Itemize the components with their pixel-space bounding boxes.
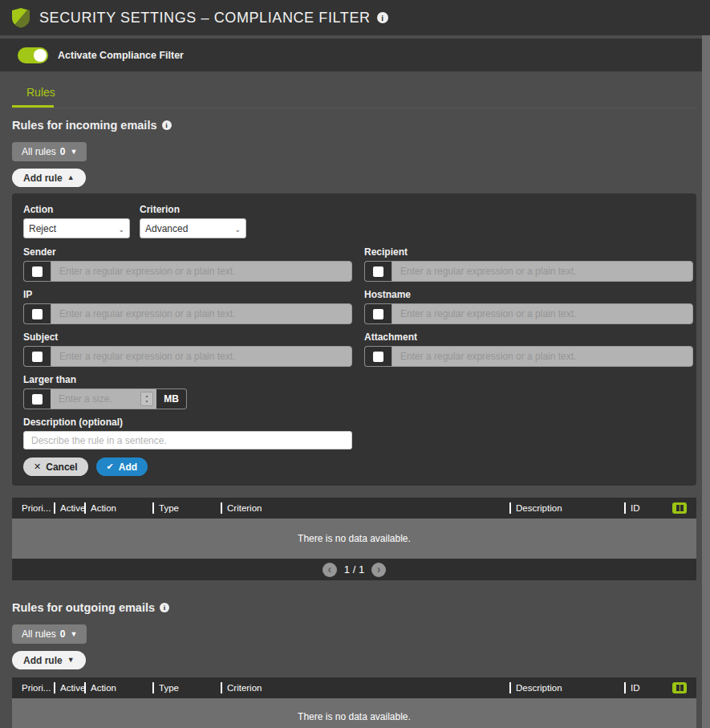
empty-table-message: There is no data available. xyxy=(12,519,696,559)
sender-label: Sender xyxy=(23,246,352,258)
app-header: SECURITY SETTINGS – COMPLIANCE FILTER i xyxy=(0,0,710,35)
check-icon: ✔ xyxy=(107,462,114,472)
incoming-filter-dropdown[interactable]: All rules 0 ▼ xyxy=(12,142,87,161)
compliance-filter-page: SECURITY SETTINGS – COMPLIANCE FILTER i … xyxy=(0,0,710,728)
description-label: Description (optional) xyxy=(23,417,685,428)
outgoing-add-rule-button[interactable]: Add rule ▼ xyxy=(12,651,86,669)
outgoing-filter-dropdown[interactable]: All rules 0 ▼ xyxy=(12,624,87,644)
subject-input[interactable] xyxy=(51,346,352,367)
checkbox-square xyxy=(32,266,43,277)
add-label: Add xyxy=(119,462,137,473)
column-divider xyxy=(509,682,511,693)
criterion-select[interactable]: Advanced xyxy=(140,218,246,238)
col-id[interactable]: ID xyxy=(631,503,640,513)
col-priority[interactable]: Priori... xyxy=(22,503,51,513)
column-divider xyxy=(84,682,86,693)
chevron-down-icon: ▼ xyxy=(67,657,75,664)
table-pagination: ‹ 1 / 1 › xyxy=(12,559,696,580)
larger-than-enable-checkbox[interactable] xyxy=(23,388,51,409)
hostname-label: Hostname xyxy=(364,289,693,300)
stepper-down-icon[interactable]: ▼ xyxy=(145,399,149,405)
hostname-enable-checkbox[interactable] xyxy=(364,303,392,324)
col-criterion[interactable]: Criterion xyxy=(227,683,262,693)
filter-count: 0 xyxy=(60,146,66,157)
attachment-label: Attachment xyxy=(364,331,693,343)
outgoing-rules-table: Priori... Active Action Type Criterion D… xyxy=(12,677,696,728)
page-title: SECURITY SETTINGS – COMPLIANCE FILTER xyxy=(39,10,371,26)
checkbox-square xyxy=(32,352,43,362)
add-rule-form: Action Reject ⌄ Criterion Advanced xyxy=(12,193,696,486)
checkbox-square xyxy=(32,394,43,405)
x-icon: ✕ xyxy=(34,462,41,472)
toggle-knob xyxy=(34,49,47,62)
ip-field-group xyxy=(23,303,352,324)
recipient-input[interactable] xyxy=(392,261,693,282)
subject-label: Subject xyxy=(23,331,352,343)
filter-label: All rules xyxy=(22,146,56,157)
add-rule-label: Add rule xyxy=(23,655,63,666)
number-stepper[interactable]: ▲ ▼ xyxy=(140,392,153,406)
col-action[interactable]: Action xyxy=(91,503,116,513)
scrollbar-thumb[interactable] xyxy=(702,35,710,728)
incoming-section-heading: Rules for incoming emails i xyxy=(12,119,696,132)
col-description[interactable]: Description xyxy=(516,683,562,693)
column-divider xyxy=(221,502,222,514)
attachment-enable-checkbox[interactable] xyxy=(364,346,392,367)
hostname-input[interactable] xyxy=(392,303,693,324)
col-description[interactable]: Description xyxy=(516,503,562,513)
checkbox-square xyxy=(373,266,383,277)
col-criterion[interactable]: Criterion xyxy=(227,503,262,513)
col-active[interactable]: Active xyxy=(60,503,84,513)
criterion-label: Criterion xyxy=(140,204,246,215)
toggle-label: Activate Compliance Filter xyxy=(58,50,184,61)
col-id[interactable]: ID xyxy=(631,683,640,693)
shield-icon xyxy=(11,7,30,28)
column-divider xyxy=(84,502,86,514)
ip-enable-checkbox[interactable] xyxy=(23,303,51,324)
checkbox-square xyxy=(373,309,383,319)
sender-input[interactable] xyxy=(51,261,352,282)
prev-page-button[interactable]: ‹ xyxy=(323,563,337,577)
next-page-button[interactable]: › xyxy=(371,563,386,577)
table-header: Priori... Active Action Type Criterion D… xyxy=(12,677,696,698)
outgoing-section-heading: Rules for outgoing emails i xyxy=(12,601,696,614)
incoming-add-rule-button[interactable]: Add rule ▲ xyxy=(12,169,86,187)
column-chooser-icon[interactable] xyxy=(672,502,687,514)
chevron-down-icon: ▼ xyxy=(70,631,77,638)
column-divider xyxy=(624,682,626,693)
scrollbar-track[interactable] xyxy=(702,35,710,728)
larger-than-field-group: ▲ ▼ MB xyxy=(23,388,187,409)
hostname-field-group xyxy=(364,303,693,324)
col-type[interactable]: Type xyxy=(159,503,179,513)
recipient-label: Recipient xyxy=(364,246,693,258)
incoming-heading-text: Rules for incoming emails xyxy=(12,119,157,132)
info-icon[interactable]: i xyxy=(377,12,388,23)
col-action[interactable]: Action xyxy=(91,683,116,693)
col-priority[interactable]: Priori... xyxy=(22,683,51,693)
stepper-up-icon[interactable]: ▲ xyxy=(145,393,149,399)
action-select[interactable]: Reject xyxy=(23,218,130,238)
chevron-up-icon: ▲ xyxy=(67,174,75,181)
cancel-button[interactable]: ✕ Cancel xyxy=(23,458,88,476)
incoming-rules-table: Priori... Active Action Type Criterion D… xyxy=(12,498,696,580)
outgoing-info-icon[interactable]: i xyxy=(160,603,169,612)
add-button[interactable]: ✔ Add xyxy=(96,458,148,476)
attachment-input[interactable] xyxy=(392,346,693,367)
ip-input[interactable] xyxy=(51,303,352,324)
sender-enable-checkbox[interactable] xyxy=(23,261,51,282)
description-input[interactable] xyxy=(23,431,352,449)
incoming-info-icon[interactable]: i xyxy=(162,120,172,130)
column-divider xyxy=(509,502,511,514)
column-chooser-icon[interactable] xyxy=(672,682,687,693)
recipient-enable-checkbox[interactable] xyxy=(364,261,392,282)
recipient-field-group xyxy=(364,261,693,282)
col-active[interactable]: Active xyxy=(60,683,84,693)
cancel-label: Cancel xyxy=(46,462,77,473)
sender-field-group xyxy=(23,261,352,282)
activate-compliance-toggle[interactable] xyxy=(18,47,48,63)
column-divider xyxy=(54,682,55,693)
tab-rules[interactable]: Rules xyxy=(12,81,63,108)
subject-enable-checkbox[interactable] xyxy=(23,346,51,367)
filter-label: All rules xyxy=(22,628,56,640)
col-type[interactable]: Type xyxy=(159,683,179,693)
